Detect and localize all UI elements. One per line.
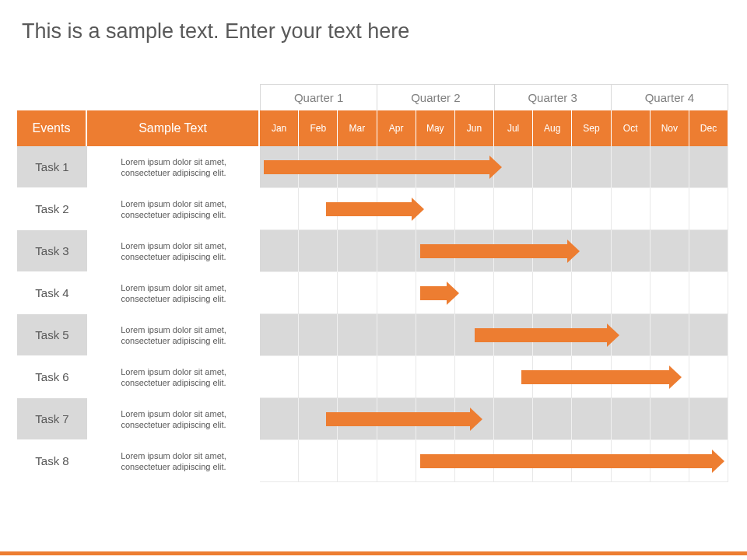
grid-cell bbox=[494, 230, 533, 272]
grid-cell bbox=[377, 146, 416, 188]
grid-cell bbox=[689, 314, 728, 356]
grid-cell bbox=[338, 146, 377, 188]
month-label: Sep bbox=[572, 110, 611, 146]
grid-cell bbox=[533, 272, 572, 314]
task-row: Task 2Lorem ipsum dolor sit amet,consect… bbox=[17, 188, 728, 230]
grid-cell bbox=[416, 356, 455, 398]
grid-cell bbox=[494, 272, 533, 314]
grid-cell bbox=[299, 188, 338, 230]
month-label: Nov bbox=[651, 110, 689, 146]
grid-cell bbox=[689, 356, 728, 398]
quarter-label: Quarter 1 bbox=[260, 84, 377, 110]
grid-cell bbox=[612, 440, 651, 482]
grid-cell bbox=[416, 440, 455, 482]
header-events: Events bbox=[17, 110, 87, 146]
grid-area bbox=[260, 188, 728, 230]
task-row: Task 3Lorem ipsum dolor sit amet,consect… bbox=[17, 230, 728, 272]
grid-cell bbox=[260, 398, 299, 440]
grid-cell bbox=[260, 272, 299, 314]
grid-cell bbox=[494, 356, 533, 398]
grid-cell bbox=[416, 230, 455, 272]
grid-cell bbox=[260, 146, 299, 188]
task-description: Lorem ipsum dolor sit amet,consectetuer … bbox=[87, 230, 260, 272]
grid-cell bbox=[377, 440, 416, 482]
gantt-chart: Quarter 1 Quarter 2 Quarter 3 Quarter 4 … bbox=[17, 84, 728, 482]
grid-cell bbox=[455, 188, 494, 230]
grid-cell bbox=[260, 440, 299, 482]
grid-area bbox=[260, 398, 728, 440]
grid-cell bbox=[338, 314, 377, 356]
grid-cell bbox=[494, 314, 533, 356]
month-label: Feb bbox=[299, 110, 338, 146]
grid-cell bbox=[260, 356, 299, 398]
grid-cell bbox=[338, 272, 377, 314]
grid-cell bbox=[455, 146, 494, 188]
grid-cell bbox=[651, 314, 689, 356]
task-label: Task 2 bbox=[17, 188, 87, 230]
task-description: Lorem ipsum dolor sit amet,consectetuer … bbox=[87, 146, 260, 188]
grid-cell bbox=[651, 356, 689, 398]
header-row: Events Sample Text Jan Feb Mar Apr May J… bbox=[17, 110, 728, 146]
quarter-label: Quarter 2 bbox=[377, 84, 493, 110]
page-title: This is a sample text. Enter your text h… bbox=[0, 0, 747, 44]
grid-area bbox=[260, 272, 728, 314]
grid-cell bbox=[612, 188, 651, 230]
gantt-body: Task 1Lorem ipsum dolor sit amet,consect… bbox=[17, 146, 728, 482]
task-label: Task 4 bbox=[17, 272, 87, 314]
grid-cell bbox=[612, 272, 651, 314]
grid-cell bbox=[572, 272, 611, 314]
quarters-row: Quarter 1 Quarter 2 Quarter 3 Quarter 4 bbox=[17, 84, 728, 110]
grid-cell bbox=[377, 314, 416, 356]
month-label: Apr bbox=[377, 110, 416, 146]
grid-cell bbox=[689, 188, 728, 230]
task-description: Lorem ipsum dolor sit amet,consectetuer … bbox=[87, 272, 260, 314]
grid-cell bbox=[416, 398, 455, 440]
grid-cell bbox=[689, 440, 728, 482]
grid-cell bbox=[455, 314, 494, 356]
task-label: Task 7 bbox=[17, 398, 87, 440]
header-sample-text: Sample Text bbox=[87, 110, 260, 146]
grid-cell bbox=[572, 188, 611, 230]
grid-cell bbox=[338, 398, 377, 440]
grid-cell bbox=[651, 440, 689, 482]
spacer bbox=[17, 84, 260, 110]
grid-cell bbox=[338, 356, 377, 398]
grid-cell bbox=[612, 398, 651, 440]
month-label: Aug bbox=[533, 110, 572, 146]
month-label: Mar bbox=[338, 110, 377, 146]
grid-cell bbox=[299, 230, 338, 272]
task-description: Lorem ipsum dolor sit amet,consectetuer … bbox=[87, 440, 260, 482]
grid-cell bbox=[572, 314, 611, 356]
grid-cell bbox=[689, 272, 728, 314]
month-label: Jun bbox=[455, 110, 494, 146]
grid-cell bbox=[260, 188, 299, 230]
quarter-label: Quarter 4 bbox=[611, 84, 728, 110]
task-row: Task 4Lorem ipsum dolor sit amet,consect… bbox=[17, 272, 728, 314]
grid-cell bbox=[572, 440, 611, 482]
grid-cell bbox=[689, 398, 728, 440]
grid-cell bbox=[260, 230, 299, 272]
quarter-label: Quarter 3 bbox=[494, 84, 611, 110]
grid-cell bbox=[416, 188, 455, 230]
grid-cell bbox=[455, 272, 494, 314]
grid-cell bbox=[455, 440, 494, 482]
grid-cell bbox=[533, 146, 572, 188]
grid-cell bbox=[299, 356, 338, 398]
grid-cell bbox=[651, 398, 689, 440]
month-label: Jul bbox=[494, 110, 533, 146]
grid-area bbox=[260, 314, 728, 356]
grid-cell bbox=[651, 230, 689, 272]
grid-cell bbox=[572, 230, 611, 272]
grid-cell bbox=[377, 188, 416, 230]
grid-area bbox=[260, 230, 728, 272]
grid-cell bbox=[260, 314, 299, 356]
month-label: May bbox=[416, 110, 455, 146]
grid-cell bbox=[533, 230, 572, 272]
grid-area bbox=[260, 146, 728, 188]
grid-cell bbox=[572, 356, 611, 398]
grid-cell bbox=[299, 398, 338, 440]
task-label: Task 3 bbox=[17, 230, 87, 272]
grid-cell bbox=[377, 398, 416, 440]
task-row: Task 1Lorem ipsum dolor sit amet,consect… bbox=[17, 146, 728, 188]
grid-cell bbox=[533, 314, 572, 356]
